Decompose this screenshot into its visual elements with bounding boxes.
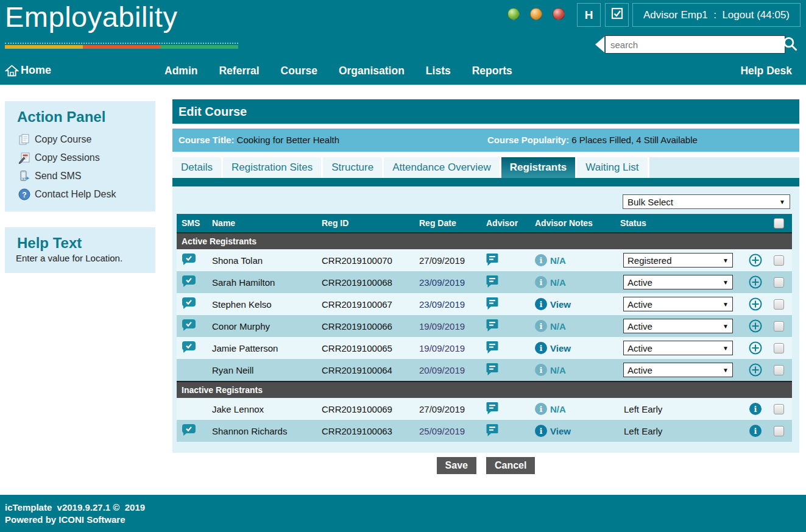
nav-item-help-desk[interactable]: Help Desk bbox=[740, 65, 792, 77]
select-all-checkbox[interactable] bbox=[774, 218, 784, 229]
add-circle-icon[interactable] bbox=[748, 253, 763, 268]
status-dropdown[interactable]: Registered ▼ bbox=[623, 253, 733, 268]
table-row: Conor Murphy CRR2019100066 19/09/2019 i … bbox=[177, 315, 792, 337]
sms-check-bubble-icon bbox=[182, 428, 196, 438]
advisor-note-bubble-icon[interactable] bbox=[486, 302, 498, 312]
tab-registrants[interactable]: Registrants bbox=[501, 157, 576, 178]
advisor-notes-link[interactable]: View bbox=[550, 343, 571, 353]
nav-item-course[interactable]: Course bbox=[281, 65, 317, 77]
registrants-table: SMS Name Reg ID Reg Date Advisor Advisor… bbox=[177, 214, 792, 442]
action-item-copy-course[interactable]: Copy Course bbox=[18, 130, 155, 149]
nav-item-lists[interactable]: Lists bbox=[426, 65, 451, 77]
row-checkbox[interactable] bbox=[774, 299, 784, 310]
nav-item-admin[interactable]: Admin bbox=[164, 65, 197, 77]
nav-item-reports[interactable]: Reports bbox=[472, 65, 512, 77]
sms-check-bubble-icon bbox=[182, 301, 196, 311]
row-checkbox[interactable] bbox=[774, 426, 784, 436]
tasks-checkbox-button[interactable] bbox=[605, 3, 629, 27]
advisor-note-bubble-icon[interactable] bbox=[486, 258, 498, 268]
advisor-note-bubble-icon[interactable] bbox=[486, 346, 498, 356]
sms-check-bubble-icon bbox=[182, 257, 196, 268]
bulk-select-dropdown[interactable]: Bulk Select ▼ bbox=[623, 194, 790, 209]
save-button[interactable]: Save bbox=[437, 457, 476, 474]
stripe-yellow bbox=[5, 45, 83, 49]
advisor-notes-link: N/A bbox=[550, 321, 566, 332]
app-logo: Employability bbox=[5, 0, 177, 34]
col-header-status: Status bbox=[615, 218, 737, 228]
action-item-copy-sessions[interactable]: Copy Sessions bbox=[18, 149, 155, 167]
status-light-red[interactable] bbox=[553, 8, 565, 20]
advisor-note-bubble-icon[interactable] bbox=[486, 367, 498, 378]
advisor-note-bubble-icon[interactable] bbox=[486, 428, 498, 439]
row-checkbox[interactable] bbox=[774, 255, 784, 266]
nav-menu: AdminReferralCourseOrganisationListsRepo… bbox=[164, 65, 512, 77]
reg-id: CRR2019100069 bbox=[317, 404, 414, 414]
reg-date[interactable]: 20/09/2019 bbox=[414, 365, 481, 375]
action-item-contact-help-desk[interactable]: ?Contact Help Desk bbox=[18, 185, 155, 204]
info-icon: i bbox=[535, 254, 547, 266]
row-checkbox[interactable] bbox=[774, 343, 784, 353]
status-dropdown[interactable]: Active ▼ bbox=[623, 275, 733, 289]
action-panel-title: Action Panel bbox=[17, 108, 155, 126]
add-circle-icon[interactable] bbox=[748, 341, 763, 355]
advisor-note-bubble-icon[interactable] bbox=[486, 406, 498, 417]
status-light-orange[interactable] bbox=[530, 8, 542, 20]
reg-date[interactable]: 23/09/2019 bbox=[414, 277, 481, 288]
help-text-title: Help Text bbox=[17, 235, 155, 252]
advisor-notes-link: N/A bbox=[550, 365, 566, 375]
action-item-label: Contact Help Desk bbox=[35, 189, 116, 200]
reg-date[interactable]: 25/09/2019 bbox=[414, 426, 481, 436]
row-checkbox[interactable] bbox=[774, 365, 784, 375]
info-circle-icon[interactable]: i bbox=[749, 425, 762, 437]
row-checkbox[interactable] bbox=[774, 321, 784, 332]
reg-id: CRR2019100066 bbox=[317, 321, 414, 332]
advisor-notes-link[interactable]: View bbox=[550, 426, 571, 436]
advisor-notes-link[interactable]: View bbox=[550, 299, 571, 310]
info-circle-icon[interactable]: i bbox=[749, 403, 762, 415]
col-header-sms: SMS bbox=[177, 218, 207, 228]
add-circle-icon[interactable] bbox=[748, 319, 763, 333]
status-dropdown[interactable]: Active ▼ bbox=[623, 319, 733, 333]
advisor-note-bubble-icon[interactable] bbox=[486, 280, 498, 290]
home-shortcut-button[interactable]: H bbox=[577, 3, 601, 27]
add-circle-icon[interactable] bbox=[748, 297, 763, 311]
reg-date[interactable]: 19/09/2019 bbox=[414, 321, 481, 332]
search-collapse-arrow-icon[interactable] bbox=[595, 37, 604, 52]
search-icon[interactable] bbox=[782, 35, 799, 55]
status-light-green[interactable] bbox=[507, 8, 520, 20]
chevron-down-icon: ▼ bbox=[723, 279, 729, 286]
tab-attendance-overview[interactable]: Attendance Overview bbox=[384, 157, 500, 178]
tab-registration-sites[interactable]: Registration Sites bbox=[223, 157, 321, 178]
tab-details[interactable]: Details bbox=[172, 157, 221, 178]
action-item-label: Copy Course bbox=[35, 134, 91, 145]
status-dropdown[interactable]: Active ▼ bbox=[623, 363, 733, 377]
row-checkbox[interactable] bbox=[774, 404, 784, 414]
tab-waiting-list[interactable]: Waiting List bbox=[577, 157, 647, 178]
row-checkbox[interactable] bbox=[774, 277, 784, 288]
registrant-name: Conor Murphy bbox=[207, 321, 317, 332]
nav-item-organisation[interactable]: Organisation bbox=[339, 65, 405, 77]
advisor-note-bubble-icon[interactable] bbox=[486, 324, 498, 334]
help-text-panel: Help Text Enter a value for Location. bbox=[5, 227, 155, 273]
table-row: Jake Lennox CRR2019100069 27/09/2019 i N… bbox=[177, 398, 792, 420]
search-input[interactable] bbox=[605, 35, 785, 54]
reg-date: 27/09/2019 bbox=[414, 404, 481, 414]
user-session-logout[interactable]: Advisor Emp1 : Logout (44:05) bbox=[632, 3, 801, 27]
status-dropdown[interactable]: Active ▼ bbox=[623, 297, 733, 311]
action-item-send-sms[interactable]: Send SMS bbox=[18, 167, 155, 185]
col-header-reg-date: Reg Date bbox=[414, 218, 481, 228]
advisor-notes-link: N/A bbox=[550, 277, 566, 288]
reg-date[interactable]: 19/09/2019 bbox=[414, 343, 481, 353]
add-circle-icon[interactable] bbox=[748, 363, 763, 377]
status-dropdown[interactable]: Active ▼ bbox=[623, 341, 733, 355]
cancel-button[interactable]: Cancel bbox=[486, 457, 535, 474]
registrant-name: Jamie Patterson bbox=[207, 343, 317, 353]
tab-structure[interactable]: Structure bbox=[323, 157, 382, 178]
reg-date[interactable]: 23/09/2019 bbox=[414, 299, 481, 310]
nav-item-home[interactable]: Home bbox=[21, 64, 51, 77]
nav-item-referral[interactable]: Referral bbox=[219, 65, 259, 77]
registrant-name: Shona Tolan bbox=[207, 255, 317, 266]
app-footer: icTemplate v2019.9.27.1 © 2019 Powered b… bbox=[0, 495, 806, 532]
add-circle-icon[interactable] bbox=[748, 275, 763, 289]
stripe-orange bbox=[83, 45, 161, 49]
